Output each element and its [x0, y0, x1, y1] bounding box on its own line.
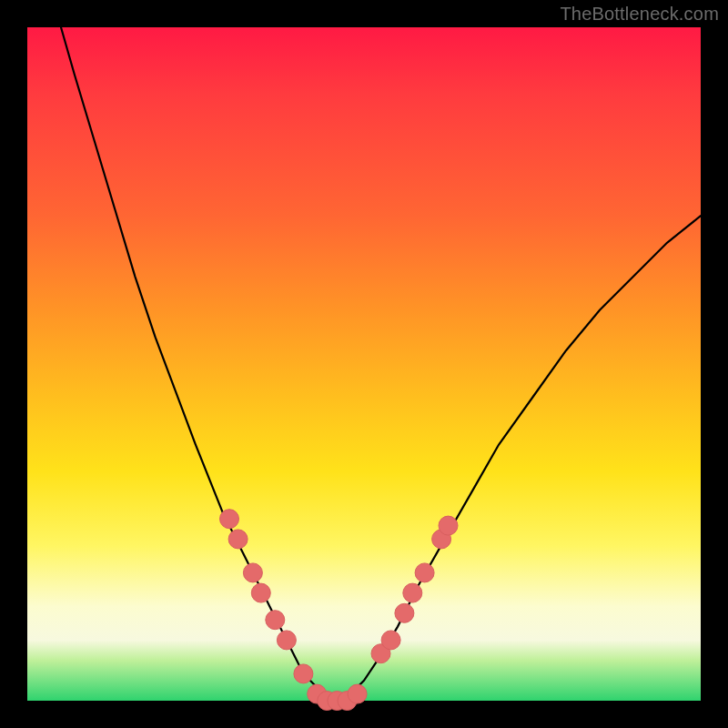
marker-dot: [228, 530, 248, 549]
chart-svg: [27, 27, 701, 701]
marker-dot: [243, 563, 262, 582]
marker-dot: [395, 603, 414, 622]
bottleneck-curve: [61, 27, 701, 701]
marker-dot: [348, 684, 367, 703]
marker-dot: [220, 510, 239, 529]
marker-dot: [294, 664, 313, 683]
plot-area: [27, 27, 701, 701]
marker-dot: [251, 583, 270, 602]
marker-dot: [403, 583, 422, 602]
marker-dot: [277, 631, 296, 650]
marker-dot: [415, 563, 434, 582]
chart-frame: TheBottleneck.com: [0, 0, 728, 728]
watermark-text: TheBottleneck.com: [560, 4, 719, 25]
curve-markers: [220, 510, 459, 711]
marker-dot: [266, 611, 285, 630]
marker-dot: [439, 516, 458, 535]
marker-dot: [381, 631, 400, 650]
